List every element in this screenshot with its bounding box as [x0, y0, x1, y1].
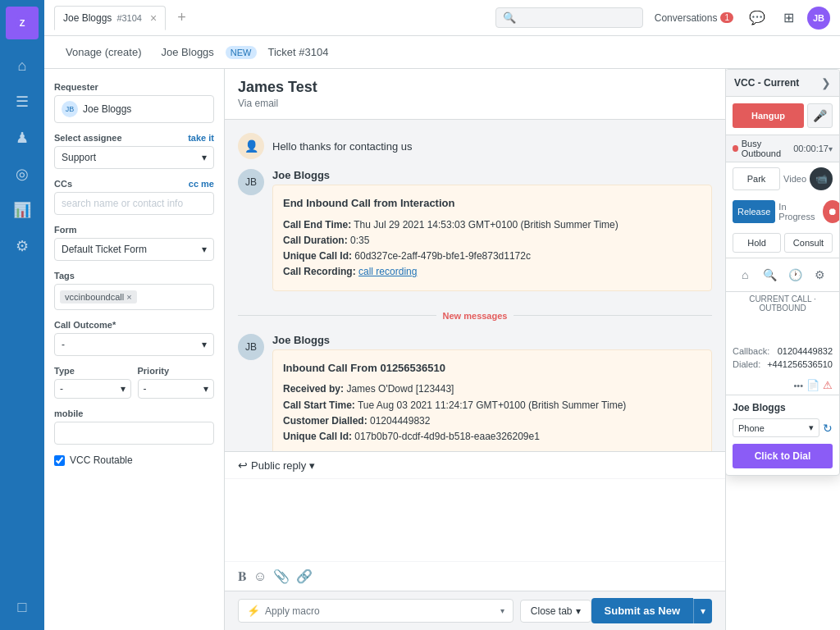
type-select[interactable]: - ▾ — [54, 379, 131, 399]
vcc-routable-label: VCC Routable — [70, 454, 133, 466]
mobile-field: mobile — [54, 409, 214, 445]
customers-icon[interactable]: ◎ — [6, 158, 39, 190]
apps-icon[interactable]: □ — [6, 591, 39, 623]
macro-icon: ⚡ — [247, 605, 260, 617]
users-icon[interactable]: ♟ — [6, 121, 39, 154]
close-tab-button[interactable]: Close tab ▾ — [520, 600, 591, 623]
call-detail-row: Call End Time: Thu Jul 29 2021 14:53:03 … — [283, 217, 701, 233]
type-label: Type — [54, 366, 131, 376]
divider-line-right — [514, 315, 712, 316]
ticket-tab[interactable]: Joe Bloggs #3104 × — [54, 6, 166, 30]
vcc-close-icon[interactable]: ❯ — [821, 76, 831, 89]
add-tab-button[interactable]: + — [172, 7, 191, 28]
vcc-doc-icon[interactable]: 📄 — [806, 379, 819, 391]
hangup-button[interactable]: Hangup — [733, 103, 804, 128]
vcc-history-icon[interactable]: 🕐 — [783, 263, 806, 286]
hold-button[interactable]: Hold — [733, 233, 781, 253]
priority-col: Priority - ▾ — [138, 366, 215, 399]
form-select[interactable]: Default Ticket Form ▾ — [54, 238, 214, 261]
vcc-settings-icon[interactable]: ⚙ — [809, 263, 832, 286]
left-panel: Requester JB Joe Bloggs Select assignee … — [44, 69, 225, 630]
mute-button[interactable]: 🎤 — [807, 103, 833, 128]
ticket-link[interactable]: Ticket #3104 — [260, 41, 337, 63]
sub-navigation: Vonage (create) Joe Bloggs NEW Ticket #3… — [44, 36, 840, 69]
click-to-dial-button[interactable]: Click to Dial — [733, 444, 833, 468]
reply-type-selector[interactable]: ↩ Public reply ▾ — [238, 459, 315, 472]
release-button[interactable]: Release — [733, 200, 775, 223]
status-chevron-icon[interactable]: ▾ — [829, 144, 833, 153]
tag-remove-icon[interactable]: × — [126, 292, 131, 302]
reply-body[interactable] — [225, 479, 725, 561]
reply-type-chevron-icon: ▾ — [309, 459, 315, 472]
status-indicator: Busy Outbound — [733, 139, 793, 158]
conversations-count: 1 — [720, 12, 733, 23]
call-recording-link[interactable]: call recording — [358, 266, 417, 277]
submit-button[interactable]: Submit as New — [591, 598, 693, 623]
tab-close-icon[interactable]: × — [150, 11, 157, 25]
ccs-input[interactable]: search name or contact info — [54, 192, 214, 215]
greeting-message: 👤 Hello thanks for contacting us — [238, 133, 712, 159]
tab-number: #3104 — [116, 13, 142, 23]
call-detail-row: Call Start Time: Tue Aug 03 2021 11:24:1… — [283, 398, 701, 413]
link-icon[interactable]: 🔗 — [296, 568, 313, 584]
message-avatar-1: JB — [238, 334, 264, 360]
dialed-value: +441256536510 — [767, 359, 833, 369]
conversations-button[interactable]: Conversations 1 — [650, 6, 738, 30]
consult-button[interactable]: Consult — [784, 233, 833, 253]
type-chevron-icon: ▾ — [121, 383, 126, 395]
conversations-label: Conversations — [655, 12, 718, 24]
vcc-user-section: Joe Bloggs Phone ▾ ↻ Click to Dial — [726, 395, 839, 475]
mobile-input[interactable] — [54, 422, 214, 445]
priority-select[interactable]: - ▾ — [138, 379, 215, 399]
reports-icon[interactable]: 📊 — [6, 194, 39, 226]
bold-icon[interactable]: 𝐁 — [238, 569, 247, 584]
vcc-channel-label: Phone — [738, 423, 765, 433]
take-it-link[interactable]: take it — [188, 133, 214, 143]
vcc-channel-chevron-icon: ▾ — [809, 422, 814, 433]
vcc-home-icon[interactable]: ⌂ — [733, 263, 756, 286]
requester-name: Joe Bloggs — [83, 103, 131, 115]
emoji-icon[interactable]: ☺ — [253, 569, 267, 584]
reply-type-icon: ↩ — [238, 459, 248, 472]
vcc-routable-checkbox[interactable] — [54, 455, 65, 466]
settings-icon[interactable]: ⚙ — [6, 230, 39, 262]
vcc-dots-icon[interactable]: ••• — [793, 381, 803, 390]
tags-container[interactable]: vccinboundcall × — [54, 284, 214, 310]
message-avatar-0: JB — [238, 169, 264, 195]
vcc-warn-icon[interactable]: ⚠ — [823, 379, 833, 391]
call-outcome-select[interactable]: - ▾ — [54, 333, 214, 356]
attach-icon[interactable]: 📎 — [273, 568, 290, 584]
search-icon: 🔍 — [503, 11, 516, 24]
status-dot — [733, 145, 738, 152]
chat-icon[interactable]: 💬 — [745, 6, 769, 30]
joe-bloggs-link[interactable]: Joe Bloggs — [153, 41, 222, 63]
ticket-title: James Test — [238, 79, 712, 96]
views-icon[interactable]: ☰ — [6, 85, 39, 118]
message-author-1: Joe Bloggs — [272, 334, 712, 346]
cc-me-link[interactable]: cc me — [189, 179, 214, 189]
vcc-refresh-icon[interactable]: ↻ — [823, 422, 833, 435]
vcc-channel-select[interactable]: Phone ▾ — [733, 418, 819, 437]
park-button[interactable]: Park — [733, 167, 780, 190]
assignee-select[interactable]: Support ▾ — [54, 146, 214, 169]
search-input[interactable] — [521, 12, 636, 24]
user-avatar[interactable]: JB — [807, 7, 830, 30]
home-icon[interactable]: ⌂ — [6, 49, 39, 82]
vcc-dialed-row: Dialed: +441256536510 — [733, 358, 833, 371]
apply-macro-select[interactable]: ⚡ Apply macro ▾ — [238, 599, 514, 623]
app-logo: Z — [6, 7, 39, 39]
ticket-via: Via email — [238, 98, 712, 109]
requester-input[interactable]: JB Joe Bloggs — [54, 95, 214, 123]
apps-grid-icon[interactable]: ⊞ — [776, 6, 801, 30]
vcc-search-icon[interactable]: 🔍 — [759, 263, 782, 286]
vcc-channel-row: Phone ▾ ↻ — [733, 418, 833, 437]
search-box[interactable]: 🔍 — [495, 7, 643, 28]
in-progress-button[interactable]: ⏺ — [823, 200, 840, 223]
vonage-create-link[interactable]: Vonage (create) — [57, 41, 150, 63]
video-button[interactable]: 📹 — [810, 167, 833, 190]
submit-chevron-button[interactable]: ▾ — [693, 599, 712, 623]
requester-field: Requester JB Joe Bloggs — [54, 82, 214, 123]
callback-label: Callback: — [733, 346, 769, 356]
priority-label: Priority — [138, 366, 215, 376]
macro-chevron-icon: ▾ — [500, 606, 504, 615]
